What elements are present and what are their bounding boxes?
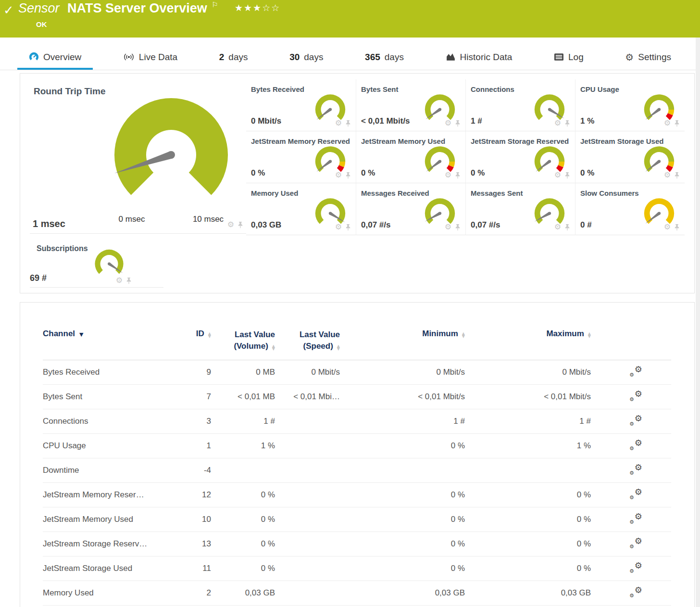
pin-icon[interactable] [564,120,570,127]
gauge-value: 0 % [361,168,375,178]
cell-actions: ⚙⚙ [591,409,671,434]
gear-icon[interactable]: ⚙ [445,119,451,127]
channel-settings-icon[interactable]: ⚙⚙ [629,365,642,377]
tab-2-days[interactable]: 2 days [208,46,260,70]
gear-icon[interactable]: ⚙ [554,223,561,231]
gear-icon[interactable]: ⚙ [664,171,671,179]
status-badge: OK [36,20,47,28]
sensor-header: ✓ Sensor NATS Server Overview ⚐ ★★★☆☆ OK [0,0,700,38]
mini-gauge-grid: Bytes Received 0 Mbit/s ⚙ Bytes Sent < 0… [246,79,685,235]
cell-actions: ⚙⚙ [591,556,671,581]
cell-last-value-speed [275,483,340,507]
cell-last-value-speed [275,556,340,581]
pin-icon[interactable] [564,224,570,231]
flag-icon[interactable]: ⚐ [212,0,218,9]
gauge-tile-bytes-received[interactable]: Bytes Received 0 Mbit/s ⚙ [246,79,356,131]
column-header-id[interactable]: ID▲▼ [182,329,211,360]
pin-icon[interactable] [674,224,680,231]
gauge-value: 0 % [580,168,594,178]
channel-row: JetStream Storage Reserv… 13 0 % 0 % 0 %… [43,532,671,556]
column-label: Maximum [546,329,584,338]
pin-icon[interactable] [455,172,461,179]
gear-icon[interactable]: ⚙ [335,223,342,231]
pin-icon[interactable] [564,172,570,179]
pin-icon[interactable] [345,172,351,179]
gauge-title: CPU Usage [580,85,619,93]
channel-settings-icon[interactable]: ⚙⚙ [629,512,642,524]
gauge-scale-max: 10 msec [187,215,230,224]
gear-icon[interactable]: ⚙ [664,223,671,231]
gauge-tile-cpu-usage[interactable]: CPU Usage 1 % ⚙ [575,79,685,131]
channel-settings-icon[interactable]: ⚙⚙ [629,561,642,573]
pin-icon[interactable] [345,120,351,127]
column-header-maximum[interactable]: Maximum▲▼ [465,329,591,360]
gauge-tile-round-trip-time[interactable]: Round Trip Time 0 msec 10 msec 1 msec ⚙ [30,78,246,234]
gear-icon[interactable]: ⚙ [554,119,561,127]
cell-last-value-speed [275,409,340,434]
tab-30-days[interactable]: 30 days [278,46,335,70]
gear-icon[interactable]: ⚙ [445,171,451,179]
column-label: Last Value [211,329,275,341]
channel-settings-icon[interactable]: ⚙⚙ [629,414,642,426]
pin-icon[interactable] [126,277,132,284]
tab-live-data[interactable]: Live Data [112,46,189,70]
tab-365-days[interactable]: 365 days [353,46,415,70]
cell-channel: Downtime [43,458,182,483]
tab-historic-data[interactable]: Historic Data [434,46,524,70]
channel-settings-icon[interactable]: ⚙⚙ [629,439,642,451]
gauge-tile-jetstream-storage-used[interactable]: JetStream Storage Used 0 % ⚙ [575,131,685,183]
gauge-tile-bytes-sent[interactable]: Bytes Sent < 0,01 Mbit/s ⚙ [356,79,465,131]
gauge-value: 0 Mbit/s [251,116,281,126]
channel-settings-icon[interactable]: ⚙⚙ [629,488,642,500]
gear-icon[interactable]: ⚙ [335,119,342,127]
tab-settings[interactable]: ⚙ Settings [613,46,683,70]
gauge-tile-slow-consumers[interactable]: Slow Consumers 0 # ⚙ [575,183,685,235]
gauge-tile-jetstream-memory-used[interactable]: JetStream Memory Used 0 % ⚙ [356,131,465,183]
gauge-tile-memory-used[interactable]: Memory Used 0,03 GB ⚙ [246,183,356,235]
cell-channel: JetStream Memory Used [43,507,182,532]
column-header-minimum[interactable]: Minimum▲▼ [340,329,465,360]
gauges-panel: Round Trip Time 0 msec 10 msec 1 msec ⚙ … [20,73,695,293]
gauge-tile-jetstream-storage-reserved[interactable]: JetStream Storage Reserved 0 % ⚙ [465,131,575,183]
pin-icon[interactable] [455,120,461,127]
gauge-tile-connections[interactable]: Connections 1 # ⚙ [465,79,575,131]
cell-last-value-speed [275,458,340,483]
pin-icon[interactable] [345,224,351,231]
gear-icon[interactable]: ⚙ [116,277,123,284]
gauge-tile-subscriptions[interactable]: Subscriptions 69 # ⚙ [30,240,163,288]
pin-icon[interactable] [238,221,243,228]
tab-overview[interactable]: Overview [17,46,93,70]
gauge-tile-messages-received[interactable]: Messages Received 0,07 #/s ⚙ [356,183,465,235]
channel-settings-icon[interactable]: ⚙⚙ [629,390,642,402]
gear-icon[interactable]: ⚙ [445,223,451,231]
gauge-tile-messages-sent[interactable]: Messages Sent 0,07 #/s ⚙ [465,183,575,235]
pin-icon[interactable] [455,224,461,231]
gear-icon[interactable]: ⚙ [227,221,234,228]
cell-last-value-volume: 0 MB [211,360,275,385]
channel-settings-icon[interactable]: ⚙⚙ [629,537,642,549]
gauge-value: 0 # [580,220,592,230]
gear-icon[interactable]: ⚙ [664,119,671,127]
tab-number: 2 [219,52,225,63]
gauge-title: Bytes Received [251,85,304,93]
column-header-channel[interactable]: Channel▼ [43,329,182,360]
column-header-last-value-volume[interactable]: Last Value (Volume)▲▼ [211,329,275,360]
column-header-actions [591,329,671,360]
tab-label: Live Data [139,52,177,63]
gear-icon[interactable]: ⚙ [335,171,342,179]
pin-icon[interactable] [674,120,680,127]
gear-icon[interactable]: ⚙ [554,171,561,179]
channel-settings-icon[interactable]: ⚙⚙ [629,463,642,475]
cell-last-value-volume: 0,03 GB [211,581,275,606]
gauge-tile-jetstream-memory-reserved[interactable]: JetStream Memory Reserved 0 % ⚙ [246,131,356,183]
stars-filled: ★★★ [235,2,262,13]
gauge-value: < 0,01 Mbit/s [361,116,410,126]
gauge-title: Bytes Sent [361,85,399,93]
channel-settings-icon[interactable]: ⚙⚙ [629,586,642,598]
cell-minimum: 1 # [340,409,465,434]
cell-last-value-volume: 0 % [211,556,275,581]
pin-icon[interactable] [674,172,680,179]
tab-log[interactable]: Log [542,46,595,70]
column-header-last-value-speed[interactable]: Last Value (Speed)▲▼ [275,329,340,360]
priority-stars[interactable]: ★★★☆☆ [235,2,280,13]
